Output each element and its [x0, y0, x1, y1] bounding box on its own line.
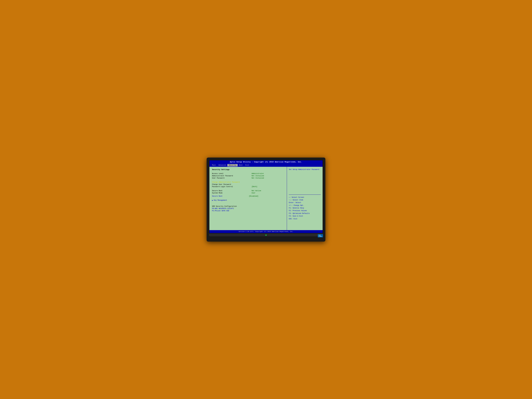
label-admin-password: Administrator Password [212, 175, 252, 177]
key-f2: F2: Previous Values [289, 209, 321, 212]
section-title: Security Settings [212, 169, 284, 171]
value-pw-login-control: [Both] [252, 186, 257, 188]
menu-bar: Main Advanced Security Boot Exit [209, 164, 323, 167]
label-secure-boot-status: Secure Boot [212, 190, 252, 192]
value-system-mode: User [252, 192, 255, 194]
hdd-item-1[interactable]: P1:Phison SATA SSD [212, 210, 284, 212]
key-f4: F4: Save & Exit [289, 215, 321, 217]
hdd-item-0[interactable]: P0:WDC WD10SPZX-22Z10T1 [212, 208, 284, 209]
menu-boot[interactable]: Boot [238, 164, 244, 166]
label-system-mode: System Mode [212, 192, 252, 194]
bios-footer: Version 2.20.1271. Copyright (C) 2019 Am… [209, 230, 323, 233]
bios-title: Aptio Setup Utility – Copyright (C) 2019… [209, 160, 323, 164]
key-select-screen: ↔: Select Screen [289, 196, 321, 199]
laptop-base [209, 233, 323, 236]
setting-admin-password: Administrator Password Not Installed [212, 175, 284, 177]
menu-advanced[interactable]: Advanced [217, 164, 228, 166]
value-secure-boot-toggle: [Disabled] [249, 195, 258, 197]
help-text: Set Setup Administrator Password [289, 168, 321, 195]
main-content: Security Settings Access Level Administr… [209, 167, 323, 230]
label-key-management: Key Management [214, 199, 227, 201]
label-hdd-config: HDD Security Configuration [212, 205, 252, 207]
setting-access-level: Access Level Administrator [212, 173, 284, 175]
power-led [266, 234, 266, 236]
label-pw-login-control: Password Login Control [212, 186, 252, 188]
label-access-level: Access Level [212, 173, 252, 175]
label-hdd-1: P1:Phison SATA SSD [212, 210, 229, 212]
intel-badge: intelCORE i [318, 234, 323, 237]
key-f3: F3: Optimized Defaults [289, 212, 321, 215]
key-change-opt: +/-: Change Opt. [289, 204, 321, 207]
menu-exit[interactable]: Exit [244, 164, 251, 166]
label-change-user-pw: Change User Password [212, 184, 252, 185]
setting-user-password: User Password Not Installed [212, 177, 284, 179]
hdd-section-title: HDD Security Configuration [212, 205, 284, 207]
value-admin-password: Not Installed [252, 175, 264, 177]
key-esc: ESC: Exit [289, 218, 321, 220]
value-access-level: Administrator [252, 173, 264, 175]
menu-security[interactable]: Security [227, 164, 238, 166]
setting-system-mode: System Mode User [212, 192, 284, 194]
key-legend: ↔: Select Screen ↑↓: Select Item Enter: … [289, 196, 321, 220]
setting-key-management[interactable]: ▶ Key Management [212, 199, 284, 201]
setting-change-admin-pw[interactable]: Change Administrator Password [212, 181, 284, 183]
label-hdd-0: P0:WDC WD10SPZX-22Z10T1 [212, 208, 234, 209]
value-user-password: Not Installed [252, 177, 264, 179]
setting-secure-boot-toggle[interactable]: Secure Boot [Disabled] [212, 195, 284, 197]
menu-main[interactable]: Main [211, 164, 217, 166]
value-secure-boot-status: Not Active [252, 190, 261, 192]
setting-pw-login-control: Password Login Control [Both] [212, 186, 284, 188]
key-enter: Enter: Select [289, 201, 321, 204]
setting-secure-boot-status: Secure Boot Not Active [212, 190, 284, 192]
key-select-item: ↑↓: Select Item [289, 199, 321, 201]
left-panel: Security Settings Access Level Administr… [209, 167, 287, 230]
arrow-right-icon: ▶ [212, 199, 213, 201]
label-secure-boot-toggle: Secure Boot [212, 195, 222, 197]
setting-change-user-pw[interactable]: Change User Password [212, 184, 284, 185]
right-panel: Set Setup Administrator Password ↔: Sele… [287, 167, 323, 230]
key-f1: F1: General Help [289, 207, 321, 209]
label-change-admin-pw: Change Administrator Password [212, 181, 252, 183]
label-user-password: User Password [212, 177, 252, 179]
